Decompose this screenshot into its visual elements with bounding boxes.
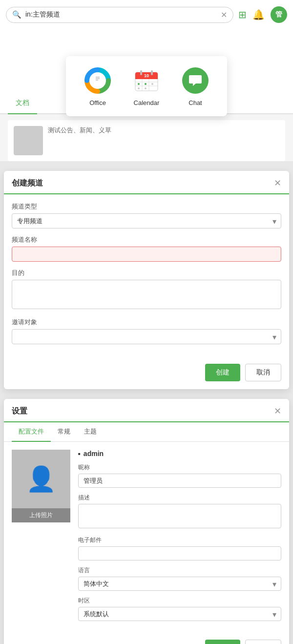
dialog-header: 创建频道 ✕ xyxy=(4,171,289,194)
app-item-office[interactable]: Office xyxy=(81,66,115,106)
cancel-button[interactable]: 取消 xyxy=(245,364,281,381)
app-label-office: Office xyxy=(89,99,106,106)
dialog-close-button[interactable]: ✕ xyxy=(274,178,281,188)
dialog-footer: 创建 取消 xyxy=(4,359,289,389)
chat-bubble-icon xyxy=(188,73,203,88)
settings-body: 👤 上传照片 admin 昵称 描述 电子邮件 语 xyxy=(4,442,289,635)
tab-profile[interactable]: 配置文件 xyxy=(12,422,51,442)
office-icon-wrapper xyxy=(83,66,112,95)
settings-close-btn[interactable]: 关闭 xyxy=(245,640,281,644)
purpose-label: 目的 xyxy=(12,269,281,277)
language-field: 语言 简体中文 xyxy=(78,566,281,591)
search-input[interactable] xyxy=(25,11,217,19)
app-switcher-dropdown: Office xyxy=(66,56,227,116)
top-bar: 🔍 ✕ ⊞ 🔔 管 xyxy=(0,0,293,29)
person-icon: 👤 xyxy=(26,465,56,493)
invite-label: 邀请对象 xyxy=(12,318,281,327)
invite-group: 邀请对象 xyxy=(12,318,281,344)
search-clear-icon[interactable]: ✕ xyxy=(221,10,227,20)
svg-point-13 xyxy=(145,83,146,85)
settings-header: 设置 ✕ xyxy=(4,399,289,422)
email-label: 电子邮件 xyxy=(78,536,281,544)
language-select-wrapper: 简体中文 xyxy=(78,577,281,591)
create-channel-dialog: 创建频道 ✕ 频道类型 专用频道 频道名称 目的 邀请对象 xyxy=(4,171,289,389)
bg-card: 测试公告、新闻、义草 xyxy=(8,120,285,161)
chat-icon xyxy=(182,67,209,94)
svg-point-14 xyxy=(138,87,140,89)
grid-icon[interactable]: ⊞ xyxy=(238,9,247,21)
office-icon xyxy=(84,67,111,94)
channel-type-label: 频道类型 xyxy=(12,202,281,211)
svg-rect-17 xyxy=(140,70,142,75)
channel-type-group: 频道类型 专用频道 xyxy=(12,202,281,229)
email-input[interactable] xyxy=(78,546,281,561)
nickname-field: 昵称 xyxy=(78,463,281,488)
tab-general[interactable]: 常规 xyxy=(51,422,77,442)
settings-close-button[interactable]: ✕ xyxy=(274,406,281,421)
svg-point-12 xyxy=(138,83,140,85)
channel-type-select-wrapper: 专用频道 xyxy=(12,213,281,229)
description-label: 描述 xyxy=(78,494,281,502)
settings-save-button[interactable]: 保存 xyxy=(205,640,240,644)
dialog-body: 频道类型 专用频道 频道名称 目的 邀请对象 xyxy=(4,194,289,359)
description-textarea[interactable] xyxy=(78,504,281,528)
channel-name-group: 频道名称 xyxy=(12,235,281,262)
app-label-chat: Chat xyxy=(188,99,202,106)
settings-tabs: 配置文件 常规 主题 xyxy=(4,422,289,442)
language-select[interactable]: 简体中文 xyxy=(78,577,281,591)
channel-name-label: 频道名称 xyxy=(12,235,281,244)
channel-name-input[interactable] xyxy=(12,247,281,262)
tab-theme[interactable]: 主题 xyxy=(77,422,104,442)
invite-select-wrapper xyxy=(12,329,281,344)
profile-username: admin xyxy=(78,450,281,457)
calendar-icon: 10 xyxy=(133,67,160,94)
email-field-group: 电子邮件 xyxy=(78,536,281,561)
avatar[interactable]: 管 xyxy=(271,6,287,23)
settings-dialog: 设置 ✕ 配置文件 常规 主题 👤 上传照片 admin 昵称 描述 xyxy=(4,399,289,644)
bell-icon[interactable]: 🔔 xyxy=(252,9,265,21)
language-label: 语言 xyxy=(78,566,281,575)
bg-card-thumbnail xyxy=(14,126,43,155)
description-field: 描述 xyxy=(78,494,281,530)
nickname-input[interactable] xyxy=(78,474,281,488)
settings-footer: 保存 关闭 xyxy=(4,635,289,644)
dialog-title: 创建频道 xyxy=(12,178,43,188)
app-label-calendar: Calendar xyxy=(134,99,160,106)
channel-type-select[interactable]: 专用频道 xyxy=(12,213,281,229)
svg-rect-18 xyxy=(151,70,153,75)
timezone-select-wrapper: 系统默认 xyxy=(78,607,281,621)
app-item-calendar[interactable]: 10 Calendar xyxy=(129,66,164,106)
upload-photo-button[interactable]: 上传照片 xyxy=(12,508,70,522)
nickname-label: 昵称 xyxy=(78,463,281,472)
timezone-field: 时区 系统默认 xyxy=(78,597,281,621)
purpose-textarea[interactable] xyxy=(12,280,281,309)
profile-form: admin 昵称 描述 电子邮件 语言 简体中文 xyxy=(78,450,281,627)
app-item-chat[interactable]: Chat xyxy=(178,66,212,106)
bg-card-text: 测试公告、新闻、义草 xyxy=(48,126,111,155)
svg-point-15 xyxy=(145,87,146,89)
create-button[interactable]: 创建 xyxy=(205,364,240,381)
invite-select[interactable] xyxy=(12,329,281,344)
avatar-large: 👤 xyxy=(12,450,70,508)
top-icons: ⊞ 🔔 管 xyxy=(238,6,287,23)
purpose-group: 目的 xyxy=(12,269,281,311)
calendar-icon-wrapper: 10 xyxy=(132,66,161,95)
svg-text:10: 10 xyxy=(144,73,149,78)
search-icon: 🔍 xyxy=(12,10,21,19)
bg-tab-docs[interactable]: 文档 xyxy=(8,93,37,114)
timezone-select[interactable]: 系统默认 xyxy=(78,607,281,621)
search-box: 🔍 ✕ xyxy=(6,7,233,23)
timezone-label: 时区 xyxy=(78,597,281,605)
settings-title: 设置 xyxy=(12,406,27,421)
chat-icon-wrapper xyxy=(181,66,210,95)
avatar-section: 👤 上传照片 xyxy=(12,450,70,627)
svg-rect-1 xyxy=(94,75,101,83)
svg-point-16 xyxy=(151,83,153,85)
